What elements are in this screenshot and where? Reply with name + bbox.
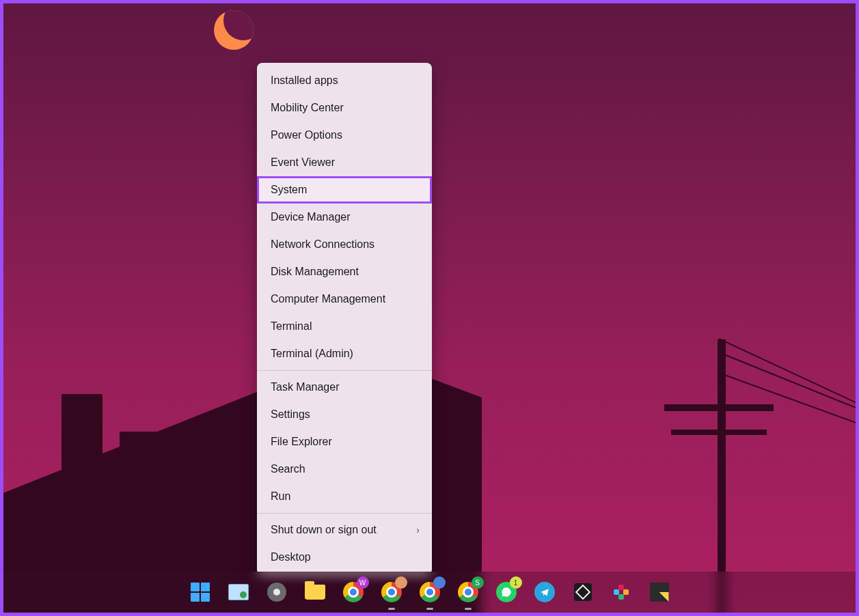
start-button[interactable] (189, 580, 212, 604)
menu-item-label: Desktop (271, 551, 311, 563)
menu-item-label: Network Connections (271, 238, 374, 251)
desktop-wallpaper[interactable]: Installed apps Mobility Center Power Opt… (3, 3, 856, 613)
menu-item-event-viewer[interactable]: Event Viewer (257, 149, 432, 176)
crossarm-decoration (664, 404, 774, 411)
profile-badge-icon (433, 576, 446, 589)
taskbar-file-explorer[interactable] (303, 580, 327, 604)
menu-item-computer-management[interactable]: Computer Management (257, 285, 432, 313)
menu-item-task-manager[interactable]: Task Manager (257, 374, 432, 401)
taskbar-telegram[interactable] (533, 580, 556, 604)
menu-item-terminal-admin[interactable]: Terminal (Admin) (257, 340, 432, 367)
winx-context-menu: Installed apps Mobility Center Power Opt… (257, 63, 432, 575)
menu-item-label: Disk Management (271, 266, 359, 278)
menu-item-label: System (271, 184, 307, 196)
slack-icon (612, 583, 630, 601)
menu-item-label: Installed apps (271, 74, 338, 87)
profile-badge-icon: W (357, 576, 369, 589)
menu-item-label: File Explorer (271, 436, 332, 448)
menu-item-file-explorer[interactable]: File Explorer (257, 428, 432, 456)
moon-decoration (214, 10, 254, 50)
chevron-right-icon: › (416, 524, 420, 535)
menu-item-label: Shut down or sign out (271, 524, 377, 536)
wire-decoration (719, 338, 856, 599)
crossarm-decoration (671, 430, 767, 435)
menu-item-installed-apps[interactable]: Installed apps (257, 67, 432, 94)
running-indicator (465, 608, 472, 610)
taskbar-settings[interactable] (265, 580, 288, 604)
menu-item-system[interactable]: System (257, 176, 432, 204)
menu-separator (257, 370, 432, 371)
notification-badge: 1 (510, 576, 522, 589)
profile-badge-icon: S (472, 576, 484, 589)
taskbar-chrome-profile-2[interactable] (380, 580, 403, 604)
taskbar-chrome-profile-1[interactable]: W (342, 580, 365, 604)
telegram-icon (534, 582, 555, 602)
taskbar-chrome-profile-4[interactable]: S (456, 580, 480, 604)
menu-item-label: Device Manager (271, 211, 351, 223)
menu-item-label: Power Options (271, 129, 342, 141)
menu-item-label: Event Viewer (271, 156, 335, 169)
sticky-note-icon (650, 583, 669, 602)
menu-item-label: Task Manager (271, 381, 340, 393)
menu-item-shut-down[interactable]: Shut down or sign out › (257, 516, 432, 544)
menu-item-mobility-center[interactable]: Mobility Center (257, 94, 432, 122)
menu-item-label: Terminal (271, 320, 312, 333)
chimney-decoration (120, 432, 157, 479)
cube-icon (574, 583, 592, 601)
running-indicator (426, 608, 433, 610)
gear-icon (267, 583, 286, 602)
taskbar-sticky-notes[interactable] (648, 580, 671, 604)
menu-item-network-connections[interactable]: Network Connections (257, 231, 432, 258)
wire-decoration (719, 352, 856, 583)
taskbar-chrome-profile-3[interactable] (418, 580, 441, 604)
menu-item-search[interactable]: Search (257, 456, 432, 483)
menu-item-power-options[interactable]: Power Options (257, 122, 432, 149)
profile-avatar-icon (395, 576, 407, 589)
menu-item-settings[interactable]: Settings (257, 401, 432, 428)
menu-item-label: Run (271, 490, 290, 503)
menu-separator (257, 513, 432, 514)
menu-item-label: Terminal (Admin) (271, 348, 353, 360)
windows-logo-icon (191, 583, 210, 602)
folder-icon (305, 585, 325, 600)
taskbar-whatsapp[interactable]: 1 (495, 580, 518, 604)
menu-item-desktop[interactable]: Desktop (257, 544, 432, 571)
menu-item-label: Mobility Center (271, 102, 344, 114)
taskbar-cube-app[interactable] (571, 580, 595, 604)
taskbar-slack[interactable] (610, 580, 633, 604)
menu-item-device-manager[interactable]: Device Manager (257, 204, 432, 231)
control-panel-icon (228, 584, 249, 600)
running-indicator (388, 608, 395, 610)
taskbar: W S 1 (3, 572, 856, 613)
menu-item-label: Settings (271, 408, 310, 421)
menu-item-run[interactable]: Run (257, 483, 432, 510)
taskbar-control-panel[interactable] (227, 580, 250, 604)
chimney-decoration (62, 394, 103, 469)
menu-item-label: Computer Management (271, 293, 385, 305)
menu-item-terminal[interactable]: Terminal (257, 313, 432, 340)
menu-item-disk-management[interactable]: Disk Management (257, 258, 432, 285)
menu-item-label: Search (271, 463, 305, 475)
